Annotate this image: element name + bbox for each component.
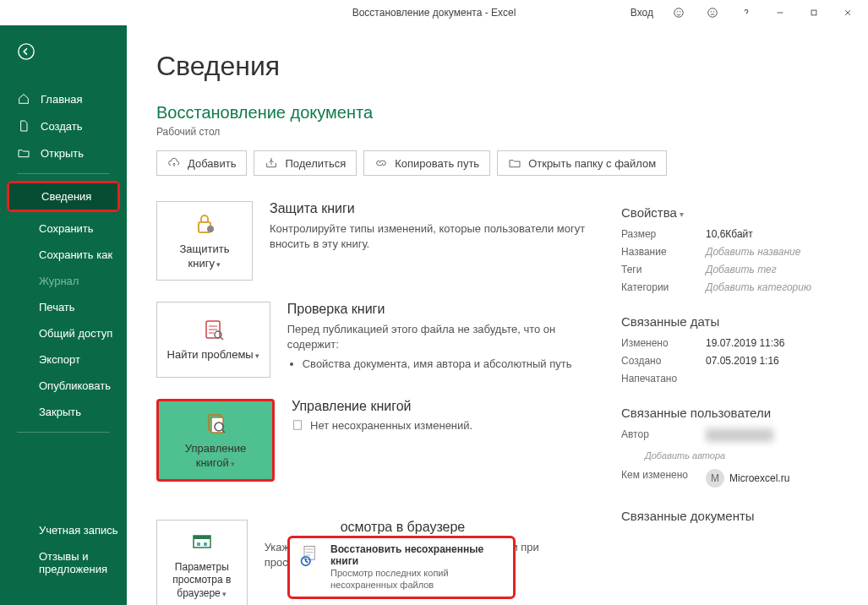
cloud-upload-icon — [167, 156, 181, 170]
prop-label: Название — [621, 246, 706, 258]
sidebar-item-label: Главная — [41, 93, 82, 106]
prop-label: Создано — [621, 355, 706, 367]
manage-workbook-button[interactable]: Управление книгой — [156, 399, 275, 482]
back-button[interactable] — [17, 42, 127, 64]
manage-note: Нет несохраненных изменений. — [310, 419, 472, 432]
add-author-link[interactable]: Добавить автора — [645, 450, 851, 461]
prop-value: 07.05.2019 1:16 — [706, 355, 779, 367]
share-button[interactable]: Поделиться — [254, 150, 357, 176]
sidebar-item-label: Закрыть — [39, 406, 81, 418]
login-link[interactable]: Вход — [622, 7, 662, 19]
sidebar-item-open[interactable]: Открыть — [0, 139, 127, 166]
popup-desc: Просмотр последних копий несохраненных ф… — [330, 567, 505, 591]
browser-icon — [188, 529, 216, 556]
selection-highlight: Сведения — [7, 181, 120, 212]
sidebar-item-publish[interactable]: Опубликовать — [0, 373, 127, 399]
prop-label: Теги — [621, 264, 706, 275]
section-title: Проверка книги — [287, 302, 596, 317]
button-label: Открыть папку с файлом — [528, 157, 656, 170]
sidebar-item-label: Учетная запись — [39, 524, 118, 537]
close-button[interactable] — [831, 0, 865, 25]
prop-value: 10,6Кбайт — [706, 228, 753, 240]
smile-icon[interactable] — [662, 0, 696, 25]
titlebar-right: Вход — [622, 0, 868, 25]
sidebar-item-account[interactable]: Учетная запись — [0, 517, 127, 543]
copy-path-button[interactable]: Копировать путь — [363, 150, 490, 176]
action-bar: Добавить Поделиться Копировать путь Откр… — [156, 150, 851, 176]
prop-value: 19.07.2019 11:36 — [706, 337, 784, 349]
svg-rect-18 — [294, 421, 302, 430]
section-desc: Контролируйте типы изменений, которые по… — [270, 221, 596, 252]
sidebar-item-close[interactable]: Закрыть — [0, 399, 127, 425]
folder-icon — [508, 156, 521, 170]
upload-button[interactable]: Добавить — [156, 150, 247, 176]
doc-path: Рабочий стол — [156, 126, 851, 138]
recover-unsaved-popup[interactable]: Восстановить несохраненные книги Просмот… — [287, 536, 516, 599]
main: Сведения Восстановление документа Рабочи… — [127, 25, 868, 605]
svg-point-4 — [711, 12, 712, 13]
new-icon — [17, 119, 30, 133]
sidebar: Главная Создать Открыть Сведения Сохрани… — [0, 25, 127, 605]
open-icon — [17, 146, 30, 160]
svg-point-12 — [207, 226, 214, 232]
sidebar-item-export[interactable]: Экспорт — [0, 346, 127, 373]
sidebar-item-home[interactable]: Главная — [0, 85, 127, 112]
page-title: Сведения — [156, 51, 851, 82]
button-label: Параметры просмотра в браузере — [166, 561, 238, 601]
properties-panel: Свойства Размер10,6Кбайт НазваниеДобавит… — [621, 201, 851, 605]
protect-workbook-button[interactable]: Защитить книгу — [156, 201, 253, 281]
sidebar-item-share[interactable]: Общий доступ — [0, 320, 127, 346]
minimize-button[interactable] — [763, 0, 797, 25]
svg-point-1 — [677, 12, 678, 13]
button-label: Защитить книгу — [166, 243, 243, 271]
prop-value[interactable]: Добавить название — [706, 246, 800, 258]
sidebar-item-save[interactable]: Сохранить — [0, 215, 127, 242]
sidebar-item-label: Печать — [39, 301, 75, 313]
dates-heading: Связанные даты — [621, 314, 851, 329]
svg-point-3 — [708, 8, 718, 18]
link-icon — [374, 156, 388, 170]
svg-point-5 — [713, 12, 714, 13]
prop-value[interactable]: Добавить тег — [706, 264, 777, 275]
prop-label: Кем изменено — [621, 469, 706, 488]
maximize-button[interactable] — [797, 0, 831, 25]
browser-options-button[interactable]: Параметры просмотра в браузере — [156, 520, 248, 605]
window-title: Восстановление документа - Excel — [352, 7, 516, 19]
svg-point-10 — [19, 44, 34, 59]
sidebar-item-label: Опубликовать — [39, 379, 111, 392]
button-label: Поделиться — [285, 157, 346, 170]
svg-point-2 — [680, 12, 680, 13]
sidebar-item-label: Общий доступ — [39, 327, 112, 340]
section-title: Управление книгой — [292, 399, 472, 414]
check-issues-button[interactable]: Найти проблемы — [156, 302, 270, 378]
sidebar-item-info[interactable]: Сведения — [9, 183, 117, 210]
share-icon — [265, 156, 278, 170]
sidebar-item-label: Сохранить как — [39, 248, 112, 261]
doc-icon — [292, 419, 303, 431]
sidebar-item-label: Сохранить — [39, 222, 94, 235]
prop-label: Автор — [621, 428, 706, 444]
properties-heading[interactable]: Свойства — [621, 205, 851, 220]
sidebar-item-saveas[interactable]: Сохранить как — [0, 242, 127, 268]
home-icon — [17, 92, 30, 106]
button-label: Добавить — [188, 157, 236, 170]
prop-value[interactable]: Добавить категорию — [706, 281, 811, 293]
sidebar-item-print[interactable]: Печать — [0, 294, 127, 320]
button-label: Управление книгой — [167, 442, 264, 471]
manage-icon — [202, 410, 229, 437]
manage-section: Управление книгой Управление книгой Нет … — [156, 399, 596, 482]
open-folder-button[interactable]: Открыть папку с файлом — [497, 150, 667, 176]
sidebar-item-feedback[interactable]: Отзывы и предложения — [0, 543, 127, 582]
prop-label: Изменено — [621, 337, 706, 349]
frown-icon[interactable] — [696, 0, 729, 25]
button-label: Найти проблемы — [167, 348, 260, 362]
inspect-item: Свойства документа, имя автора и абсолют… — [303, 357, 596, 370]
help-icon[interactable] — [729, 0, 763, 25]
section-desc: Перед публикацией этого файла не забудьт… — [287, 322, 596, 352]
doc-title: Восстановление документа — [156, 103, 851, 123]
sidebar-item-new[interactable]: Создать — [0, 112, 127, 139]
lock-icon — [191, 210, 218, 237]
popup-title: Восстановить несохраненные книги — [330, 543, 505, 567]
sidebar-item-label: Журнал — [39, 275, 79, 287]
sidebar-item-label: Экспорт — [39, 353, 80, 366]
